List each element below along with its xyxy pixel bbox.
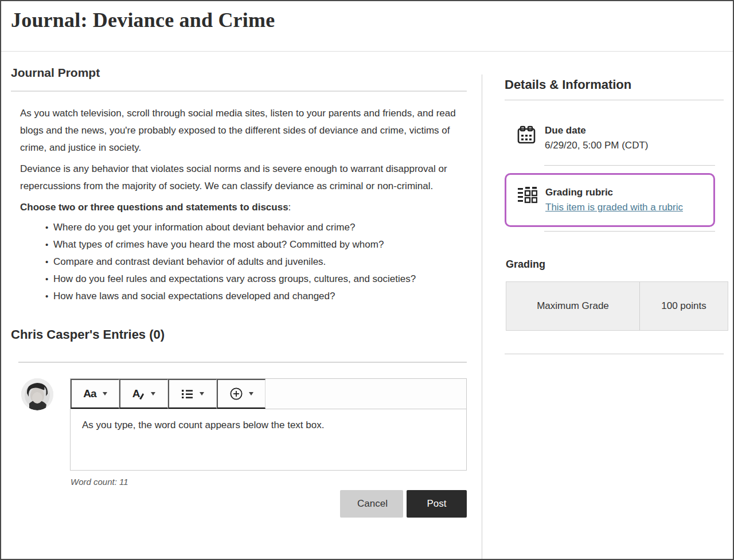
chevron-down-icon: [200, 392, 204, 395]
due-date-text: Due date 6/29/20, 5:00 PM (CDT): [545, 123, 648, 153]
due-date-label: Due date: [545, 123, 648, 138]
text-editor: Aa A: [70, 378, 467, 518]
due-date-row: Due date 6/29/20, 5:00 PM (CDT): [505, 123, 724, 153]
list-item: Compare and contrast deviant behavior of…: [45, 253, 433, 271]
entries-heading: Chris Casper's Entries (0): [11, 327, 467, 342]
list-item: How do you feel rules and expectations v…: [45, 271, 433, 288]
entry-text-input[interactable]: As you type, the word count appears belo…: [70, 409, 467, 471]
chevron-down-icon: [151, 392, 155, 395]
sidebar-divider: [505, 354, 724, 354]
grading-heading: Grading: [506, 259, 724, 271]
text-style-button[interactable]: Aa: [71, 379, 119, 409]
rubric-label: Grading rubric: [545, 185, 683, 200]
prompt-paragraph: As you watch television, scroll through …: [20, 105, 456, 156]
text-format-icon: A: [132, 387, 145, 400]
word-count: Word count: 11: [71, 477, 467, 487]
chevron-down-icon: [249, 392, 253, 395]
grading-table: Maximum Grade 100 points: [506, 281, 728, 331]
main-column: Journal Prompt As you watch television, …: [1, 52, 482, 518]
list-button[interactable]: [168, 379, 217, 409]
rubric-icon: [517, 187, 537, 206]
prompt-instruction: Choose two or three questions and statem…: [20, 199, 456, 216]
toolbar-spacer: [266, 379, 466, 409]
prompt-paragraph: Deviance is any behavior that violates s…: [20, 160, 456, 195]
list-item: How have laws and social expectations de…: [45, 288, 433, 305]
text-style-icon: Aa: [83, 387, 96, 400]
due-date-value: 6/29/20, 5:00 PM (CDT): [545, 138, 648, 153]
cancel-button[interactable]: Cancel: [340, 490, 403, 518]
entry-editor-row: Aa A: [11, 378, 467, 518]
entry-text: As you type, the word count appears belo…: [82, 420, 324, 430]
journal-prompt-heading: Journal Prompt: [11, 66, 467, 80]
grading-rubric-box: Grading rubric This item is graded with …: [505, 173, 715, 227]
list-item: What types of crimes have you heard the …: [45, 236, 433, 253]
rubric-link[interactable]: This item is graded with a rubric: [545, 202, 683, 213]
sidebar-divider: [544, 165, 715, 166]
journal-prompt-body: As you watch television, scroll through …: [11, 92, 467, 305]
text-format-button[interactable]: A: [119, 379, 168, 409]
avatar: [21, 378, 53, 410]
bullet-list-icon: [182, 389, 193, 398]
prompt-question-list: Where do you get your information about …: [20, 219, 433, 305]
editor-actions: Cancel Post: [70, 490, 467, 518]
entries-divider: [18, 362, 467, 363]
page-header: Journal: Deviance and Crime: [1, 1, 733, 52]
sidebar-divider: [544, 231, 715, 232]
page-title: Journal: Deviance and Crime: [1, 1, 733, 32]
max-grade-label: Maximum Grade: [506, 282, 640, 330]
max-grade-value: 100 points: [640, 282, 728, 330]
plus-circle-icon: [230, 387, 243, 400]
details-heading: Details & Information: [505, 77, 724, 100]
chevron-down-icon: [103, 392, 107, 395]
details-sidebar: Details & Information Due date 6/29/20, …: [482, 52, 734, 354]
list-item: Where do you get your information about …: [45, 219, 433, 236]
editor-toolbar: Aa A: [70, 378, 467, 409]
prompt-instruction-bold: Choose two or three questions and statem…: [20, 202, 288, 213]
rubric-text: Grading rubric This item is graded with …: [545, 185, 683, 215]
journal-page: Journal: Deviance and Crime Journal Prom…: [0, 0, 734, 560]
insert-button[interactable]: [217, 379, 266, 409]
calendar-icon: [516, 124, 537, 145]
post-button[interactable]: Post: [407, 490, 467, 518]
